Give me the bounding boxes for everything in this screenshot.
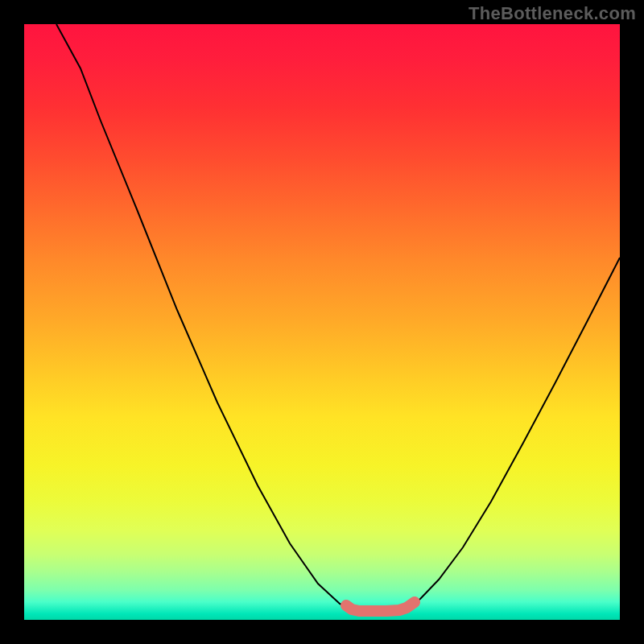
curve-layer bbox=[24, 24, 620, 620]
watermark-text: TheBottleneck.com bbox=[469, 3, 636, 24]
bottleneck-curve bbox=[56, 24, 620, 611]
chart-frame: TheBottleneck.com bbox=[0, 0, 644, 644]
highlight-segment bbox=[346, 602, 415, 611]
plot-area bbox=[24, 24, 620, 620]
